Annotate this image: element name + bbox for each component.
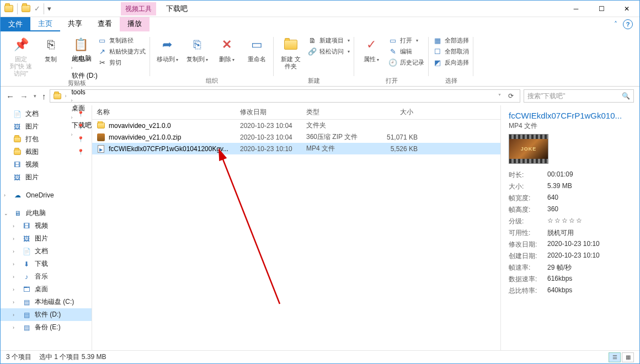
- nav-icon: 📄: [13, 110, 22, 119]
- select-all-button[interactable]: ▦全部选择: [433, 36, 469, 45]
- invert-select-button[interactable]: ◩反向选择: [433, 58, 469, 67]
- prop-value: 5.39 MB: [547, 182, 572, 191]
- nav-item[interactable]: 📄文档📍: [1, 108, 92, 120]
- divider: [17, 3, 18, 14]
- file-row[interactable]: ▶fcCWIEkdlx07CFrP1wGk01041200Kgv...2020-…: [92, 143, 500, 154]
- ribbon-group-organize: ➦移动到▾ ⎘复制到▾ ✕删除▾ ▭重命名 组织: [150, 34, 274, 86]
- chevron-right-icon[interactable]: ›: [70, 98, 74, 103]
- breadcrumb-segment[interactable]: tools: [70, 88, 100, 96]
- up-button[interactable]: ↑: [42, 92, 46, 101]
- view-large-button[interactable]: ▦: [622, 352, 634, 362]
- move-to-button[interactable]: ➦移动到▾: [154, 34, 180, 63]
- nav-item[interactable]: ›♪音乐: [1, 270, 92, 283]
- nav-item[interactable]: ›🗔桌面: [1, 283, 92, 296]
- address-dropdown[interactable]: ˅: [496, 93, 503, 99]
- divider: [44, 3, 44, 14]
- maximize-button[interactable]: ☐: [589, 1, 614, 17]
- group-label: 打开: [386, 76, 398, 86]
- status-bar: 3 个项目 选中 1 个项目 5.39 MB ☰ ▦: [1, 350, 639, 363]
- select-none-button[interactable]: ☐全部取消: [433, 47, 469, 56]
- address-bar[interactable]: › 此电脑›软件 (D:)›tools›桌面›下载吧› ˅ ⟳: [50, 89, 521, 103]
- file-icon: ▶: [97, 144, 105, 153]
- close-button[interactable]: ✕: [614, 1, 639, 17]
- column-name[interactable]: 名称: [92, 108, 236, 117]
- prop-value: 29 帧/秒: [547, 263, 572, 272]
- view-details-button[interactable]: ☰: [609, 352, 621, 362]
- copy-path-button[interactable]: ▭复制路径: [98, 36, 146, 45]
- nav-item[interactable]: ›⬇下载: [1, 258, 92, 270]
- delete-button[interactable]: ✕删除▾: [214, 34, 239, 63]
- cut-button[interactable]: ✂剪切: [98, 58, 146, 67]
- tab-play[interactable]: 播放: [120, 17, 150, 31]
- nav-item[interactable]: 打包📍: [1, 133, 92, 146]
- history-icon: 🕘: [388, 58, 397, 67]
- file-type: 360压缩 ZIP 文件: [302, 132, 368, 142]
- search-input[interactable]: [527, 92, 618, 100]
- pin-quick-access-button[interactable]: 📌 固定到"快 速访问": [8, 34, 34, 78]
- nav-item[interactable]: 截图📍: [1, 146, 92, 158]
- qat-overflow[interactable]: ▾: [47, 4, 51, 13]
- nav-item[interactable]: ›🖼图片: [1, 232, 92, 245]
- paste-button[interactable]: 📋 粘贴▾: [68, 34, 93, 63]
- nav-item[interactable]: 🖼图片: [1, 171, 92, 184]
- nav-item[interactable]: 🖼图片📍: [1, 120, 92, 133]
- history-button[interactable]: 🕘历史记录: [388, 58, 424, 67]
- nav-item[interactable]: ›▤软件 (D:): [1, 308, 92, 321]
- prop-value: 640kbps: [547, 286, 572, 296]
- prop-value: ☆☆☆☆☆: [547, 217, 583, 226]
- nav-item[interactable]: ›🎞视频: [1, 220, 92, 232]
- file-row[interactable]: movavivideo_v21.0.02020-10-23 10:04文件夹: [92, 120, 500, 131]
- column-headers[interactable]: 名称 修改日期 类型 大小: [92, 105, 500, 120]
- column-date[interactable]: 修改日期: [236, 108, 302, 117]
- back-button[interactable]: ←: [6, 92, 14, 101]
- tab-share[interactable]: 共享: [60, 17, 90, 31]
- new-folder-button[interactable]: 新建 文件夹: [278, 34, 303, 70]
- recent-button[interactable]: ▾: [34, 93, 36, 99]
- nav-onedrive[interactable]: ›☁OneDrive: [1, 189, 92, 201]
- details-row: 数据速率:616kbps: [509, 274, 632, 285]
- properties-button[interactable]: ✓属性▾: [359, 34, 384, 63]
- minimize-button[interactable]: ─: [563, 1, 589, 17]
- nav-icon: 🖼: [13, 173, 22, 182]
- prop-key: 数据速率:: [509, 275, 540, 284]
- prop-key: 帧高度:: [509, 205, 540, 215]
- prop-key: 帧宽度:: [509, 194, 540, 203]
- help-icon[interactable]: ?: [623, 19, 633, 29]
- column-size[interactable]: 大小: [368, 108, 418, 117]
- edit-button[interactable]: ✎编辑: [388, 47, 424, 56]
- copy-button[interactable]: ⎘ 复制: [38, 34, 63, 63]
- nav-item[interactable]: ›▤备份 (E:): [1, 321, 92, 334]
- prop-value: 360: [547, 205, 558, 215]
- select-all-icon: ▦: [433, 36, 442, 45]
- tab-home[interactable]: 主页: [30, 17, 60, 31]
- file-list[interactable]: movavivideo_v21.0.02020-10-23 10:04文件夹mo…: [92, 120, 500, 350]
- prop-value: 2020-10-23 10:10: [547, 240, 600, 249]
- collapse-ribbon-icon[interactable]: ˄: [614, 20, 617, 28]
- nav-item[interactable]: ›▤本地磁盘 (C:): [1, 296, 92, 308]
- file-row[interactable]: movavivideo_v21.0.0.zip2020-10-23 10:043…: [92, 131, 500, 143]
- easy-access-button[interactable]: 🔗轻松访问▾: [308, 47, 350, 56]
- rename-button[interactable]: ▭重命名: [244, 34, 269, 63]
- tab-file[interactable]: 文件: [1, 17, 30, 31]
- tab-view[interactable]: 查看: [90, 17, 120, 31]
- refresh-button[interactable]: ⟳: [504, 92, 518, 100]
- nav-item[interactable]: 🎞视频: [1, 158, 92, 171]
- nav-icon: ♪: [22, 272, 31, 281]
- nav-item[interactable]: ›📄文档: [1, 245, 92, 258]
- column-type[interactable]: 类型: [302, 108, 368, 117]
- chevron-right-icon[interactable]: ›: [63, 93, 68, 99]
- group-label: 组织: [206, 76, 218, 86]
- nav-this-pc[interactable]: ⌄🖥此电脑: [1, 207, 92, 220]
- new-item-button[interactable]: 🗎新建项目▾: [308, 36, 350, 45]
- navigation-pane[interactable]: 📄文档📍🖼图片📍打包📍截图📍🎞视频🖼图片 ›☁OneDrive ⌄🖥此电脑 ›🎞…: [1, 105, 92, 350]
- new-item-icon: 🗎: [308, 36, 317, 45]
- details-row: 分级:☆☆☆☆☆: [509, 216, 632, 227]
- search-box[interactable]: 🔍: [524, 89, 634, 103]
- file-icon: [97, 121, 105, 130]
- copy-to-button[interactable]: ⎘复制到▾: [184, 34, 210, 63]
- open-button[interactable]: ▭打开▾: [388, 36, 424, 45]
- details-row: 创建日期:2020-10-23 10:10: [509, 250, 632, 262]
- prop-value: 640: [547, 194, 558, 203]
- forward-button[interactable]: →: [20, 92, 28, 101]
- paste-shortcut-button[interactable]: ↗粘贴快捷方式: [98, 47, 146, 56]
